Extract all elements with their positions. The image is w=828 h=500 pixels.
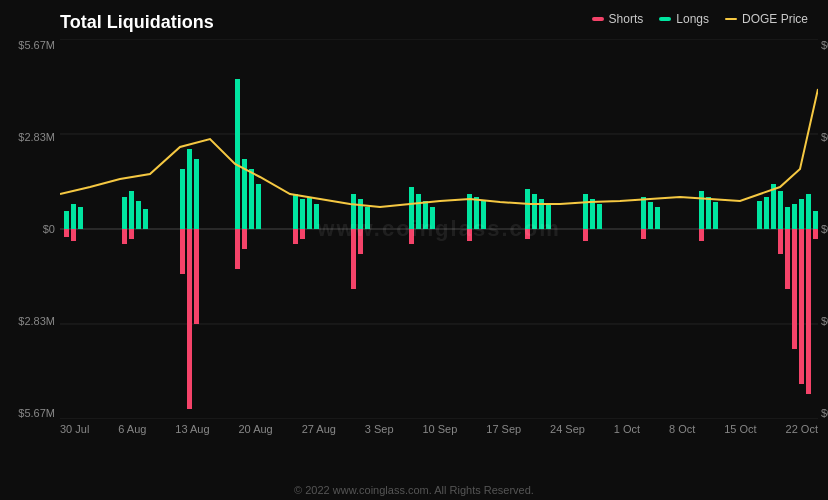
svg-rect-38 <box>590 199 595 229</box>
svg-rect-25 <box>365 207 370 229</box>
svg-rect-51 <box>792 204 797 229</box>
svg-rect-23 <box>351 194 356 229</box>
svg-rect-66 <box>351 229 356 289</box>
svg-rect-69 <box>467 229 472 241</box>
svg-rect-41 <box>648 202 653 229</box>
svg-rect-27 <box>416 194 421 229</box>
svg-rect-26 <box>409 187 414 229</box>
svg-rect-12 <box>180 169 185 229</box>
svg-rect-55 <box>64 229 69 237</box>
svg-rect-71 <box>583 229 588 241</box>
svg-rect-50 <box>785 207 790 229</box>
doge-label: DOGE Price <box>742 12 808 26</box>
svg-rect-74 <box>778 229 783 254</box>
svg-rect-42 <box>655 207 660 229</box>
svg-rect-62 <box>235 229 240 269</box>
svg-rect-79 <box>813 229 818 239</box>
chart-svg <box>60 39 818 419</box>
svg-rect-8 <box>122 197 127 229</box>
svg-rect-78 <box>806 229 811 394</box>
svg-rect-73 <box>699 229 704 241</box>
legend-longs: Longs <box>659 12 709 26</box>
svg-rect-47 <box>764 197 769 229</box>
svg-rect-72 <box>641 229 646 239</box>
svg-rect-28 <box>423 201 428 229</box>
svg-rect-53 <box>806 194 811 229</box>
longs-label: Longs <box>676 12 709 26</box>
svg-rect-76 <box>792 229 797 349</box>
svg-rect-65 <box>300 229 305 239</box>
svg-rect-36 <box>546 204 551 229</box>
y-axis-right: $0.1 $0.08 $0.06 $0.04 $0.02 <box>821 39 828 419</box>
svg-rect-17 <box>249 169 254 229</box>
svg-rect-49 <box>778 191 783 229</box>
svg-rect-29 <box>430 207 435 229</box>
svg-rect-10 <box>136 201 141 229</box>
svg-rect-56 <box>71 229 76 241</box>
svg-rect-57 <box>122 229 127 244</box>
legend: Shorts Longs DOGE Price <box>592 12 808 26</box>
svg-rect-58 <box>129 229 134 239</box>
svg-rect-20 <box>300 199 305 229</box>
svg-rect-77 <box>799 229 804 384</box>
svg-rect-13 <box>187 149 192 229</box>
svg-rect-45 <box>713 202 718 229</box>
y-axis-left: $5.67M $2.83M $0 $2.83M $5.67M <box>5 39 55 419</box>
svg-rect-18 <box>256 184 261 229</box>
svg-rect-34 <box>532 194 537 229</box>
svg-rect-11 <box>143 209 148 229</box>
svg-rect-7 <box>78 207 83 229</box>
svg-rect-9 <box>129 191 134 229</box>
doge-icon <box>725 18 737 20</box>
svg-rect-40 <box>641 197 646 229</box>
svg-rect-59 <box>180 229 185 274</box>
x-axis: 30 Jul 6 Aug 13 Aug 20 Aug 27 Aug 3 Sep … <box>60 423 818 435</box>
svg-rect-44 <box>706 197 711 229</box>
legend-shorts: Shorts <box>592 12 644 26</box>
svg-rect-60 <box>187 229 192 409</box>
svg-rect-5 <box>64 211 69 229</box>
svg-rect-21 <box>307 197 312 229</box>
footer: © 2022 www.coinglass.com. All Rights Res… <box>0 484 828 496</box>
svg-rect-67 <box>358 229 363 254</box>
svg-rect-75 <box>785 229 790 289</box>
svg-rect-33 <box>525 189 530 229</box>
svg-rect-32 <box>481 201 486 229</box>
svg-rect-68 <box>409 229 414 244</box>
svg-rect-39 <box>597 204 602 229</box>
svg-rect-31 <box>474 197 479 229</box>
svg-rect-19 <box>293 194 298 229</box>
legend-doge: DOGE Price <box>725 12 808 26</box>
svg-rect-24 <box>358 199 363 229</box>
svg-rect-52 <box>799 199 804 229</box>
chart-container: Total Liquidations Shorts Longs DOGE Pri… <box>0 0 828 500</box>
longs-icon <box>659 17 671 21</box>
shorts-label: Shorts <box>609 12 644 26</box>
svg-rect-6 <box>71 204 76 229</box>
svg-rect-15 <box>235 79 240 229</box>
svg-rect-37 <box>583 194 588 229</box>
svg-rect-54 <box>813 211 818 229</box>
svg-rect-22 <box>314 204 319 229</box>
svg-rect-46 <box>757 201 762 229</box>
svg-rect-43 <box>699 191 704 229</box>
svg-rect-14 <box>194 159 199 229</box>
shorts-icon <box>592 17 604 21</box>
svg-rect-70 <box>525 229 530 239</box>
svg-rect-64 <box>293 229 298 244</box>
svg-rect-61 <box>194 229 199 324</box>
chart-area: $5.67M $2.83M $0 $2.83M $5.67M $0.1 $0.0… <box>60 39 818 419</box>
svg-rect-63 <box>242 229 247 249</box>
